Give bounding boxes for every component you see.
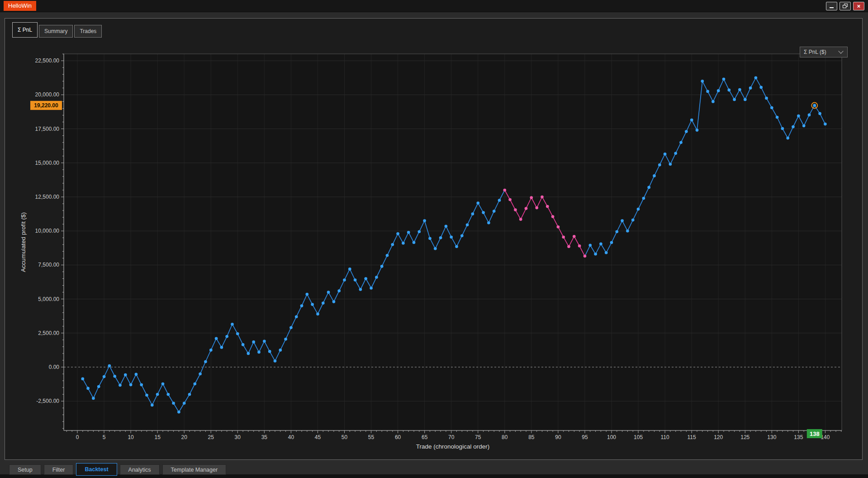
data-point[interactable] [103,375,106,378]
data-point[interactable] [733,98,736,101]
data-point[interactable] [279,349,282,352]
data-point[interactable] [375,276,378,279]
data-point[interactable] [396,232,399,235]
data-point[interactable] [354,278,357,282]
data-point[interactable] [423,219,426,222]
data-point[interactable] [135,373,138,376]
data-point[interactable] [482,211,485,214]
data-point[interactable] [728,89,731,92]
data-point[interactable] [786,137,789,140]
data-point[interactable] [508,198,512,201]
data-point[interactable] [407,231,410,234]
data-point[interactable] [445,225,448,228]
tab-filter[interactable]: Filter [44,464,74,475]
data-point[interactable] [562,235,565,239]
data-point[interactable] [605,251,608,254]
data-point[interactable] [664,153,667,156]
data-point[interactable] [332,300,336,303]
data-point[interactable] [797,115,800,118]
data-point[interactable] [220,346,223,349]
data-point[interactable] [669,163,672,166]
data-point[interactable] [493,210,496,213]
data-point[interactable] [626,229,629,233]
data-point[interactable] [359,288,362,291]
data-point[interactable] [263,340,266,343]
data-point[interactable] [744,98,747,101]
tab-analytics[interactable]: Analytics [120,464,160,475]
tab-summary[interactable]: Summary [39,25,73,38]
data-point[interactable] [503,189,507,192]
data-point[interactable] [145,394,148,397]
data-point[interactable] [204,360,207,363]
data-point[interactable] [284,338,287,341]
data-point[interactable] [252,340,255,344]
data-point[interactable] [535,206,538,210]
data-point[interactable] [658,163,661,167]
data-point[interactable] [573,235,576,238]
data-point[interactable] [172,402,175,405]
data-point[interactable] [108,364,111,368]
data-point[interactable] [738,88,741,91]
data-point[interactable] [402,242,405,245]
data-point[interactable] [161,382,165,386]
data-point[interactable] [81,378,85,381]
data-point[interactable] [530,196,533,199]
data-point[interactable] [498,199,501,202]
data-point[interactable] [322,301,325,305]
data-point[interactable] [124,373,127,377]
maximize-restore-button[interactable] [840,2,851,10]
data-point[interactable] [824,123,827,126]
data-point[interactable] [770,106,773,110]
data-point[interactable] [92,397,95,400]
data-point[interactable] [589,244,592,247]
data-point[interactable] [289,326,293,330]
data-point[interactable] [557,225,560,229]
tab-pnl[interactable]: Σ PnL [12,22,38,38]
data-point[interactable] [418,230,421,233]
data-point[interactable] [231,323,234,326]
data-point[interactable] [754,76,758,80]
data-point[interactable] [337,289,341,292]
data-point[interactable] [311,303,314,306]
data-point[interactable] [348,268,351,271]
data-point[interactable] [776,116,779,119]
data-point[interactable] [749,86,752,90]
data-point[interactable] [188,393,191,396]
data-point[interactable] [802,124,806,128]
data-point[interactable] [578,244,581,248]
data-point[interactable] [519,218,522,221]
tab-backtest[interactable]: Backtest [76,463,117,476]
data-point[interactable] [690,119,693,122]
data-point[interactable] [450,235,453,239]
data-point[interactable] [209,349,213,352]
data-point[interactable] [295,315,298,318]
data-point[interactable] [300,304,304,307]
series-selector-dropdown[interactable]: Σ PnL ($) [800,47,848,57]
data-point[interactable] [567,245,570,249]
data-point[interactable] [151,404,154,407]
data-point[interactable] [316,312,319,315]
close-button[interactable]: × [853,2,864,10]
plot-area[interactable] [64,54,842,430]
data-point[interactable] [808,114,811,117]
data-point[interactable] [551,215,555,218]
data-point[interactable] [215,337,218,340]
data-point[interactable] [242,343,245,346]
data-point[interactable] [621,219,624,222]
data-point[interactable] [717,89,720,92]
data-point[interactable] [525,207,528,210]
data-point[interactable] [685,130,688,133]
data-point[interactable] [541,196,544,199]
data-point[interactable] [183,402,186,405]
data-point[interactable] [583,255,587,258]
data-point[interactable] [594,253,597,256]
tab-trades[interactable]: Trades [74,25,102,38]
data-point[interactable] [477,201,480,205]
data-point[interactable] [113,375,116,378]
data-point[interactable] [194,382,197,386]
data-point[interactable] [701,80,704,83]
data-point[interactable] [471,212,474,215]
tab-setup[interactable]: Setup [9,464,41,475]
data-point[interactable] [391,243,394,246]
data-point[interactable] [759,86,763,89]
